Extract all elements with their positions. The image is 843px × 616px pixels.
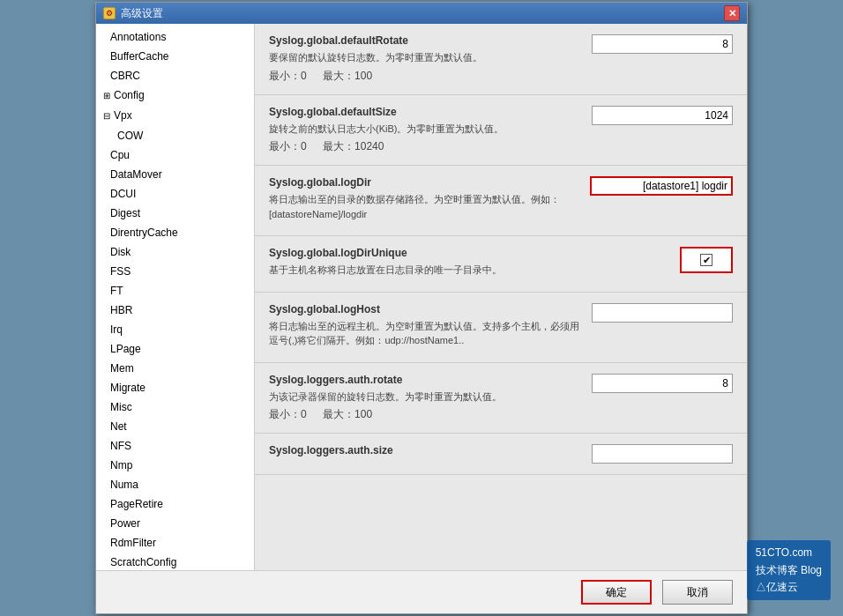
sidebar-item-config[interactable]: ⊞Config: [96, 85, 254, 106]
sidebar-item-misc[interactable]: Misc: [96, 397, 254, 417]
sidebar-item-pageretire[interactable]: PageRetire: [96, 494, 254, 514]
title-bar: ⚙ 高级设置 ✕: [96, 3, 747, 24]
sidebar-item-buffercache[interactable]: BufferCache: [96, 47, 254, 66]
sidebar-item-mem[interactable]: Mem: [96, 359, 254, 378]
setting-logdir: Syslog.global.logDir 将日志输出至的目录的数据存储路径。为空…: [255, 166, 747, 236]
ok-button[interactable]: 确定: [581, 580, 652, 605]
setting-range-defaultsize: 最小：0 最大：10240: [269, 139, 583, 154]
setting-key-logdirunique: Syslog.global.logDirUnique: [269, 247, 601, 259]
window-icon: ⚙: [103, 7, 116, 19]
main-panel: Syslog.global.defaultRotate 要保留的默认旋转日志数。…: [255, 24, 747, 570]
input-loghost[interactable]: [592, 303, 733, 323]
sidebar-item-lpage[interactable]: LPage: [96, 339, 254, 359]
input-authrotate[interactable]: [592, 374, 733, 393]
sidebar-item-migrate[interactable]: Migrate: [96, 378, 254, 397]
sidebar-item-numa[interactable]: Numa: [96, 475, 254, 494]
sidebar-item-direntrycache[interactable]: DirentryCache: [96, 223, 254, 242]
sidebar-item-dcui[interactable]: DCUI: [96, 184, 254, 204]
sidebar-item-cbrc[interactable]: CBRC: [96, 66, 254, 85]
bottom-bar: 确定 取消: [96, 570, 747, 613]
close-button[interactable]: ✕: [724, 5, 740, 21]
checkbox-inner: ✔: [700, 254, 712, 266]
setting-key-loghost: Syslog.global.logHost: [269, 303, 583, 315]
watermark: 51CTO.com 技术博客 Blog △亿速云: [747, 540, 831, 600]
input-authsize[interactable]: [592, 444, 733, 464]
watermark-line2: 技术博客 Blog: [756, 562, 822, 579]
setting-logdirunique: Syslog.global.logDirUnique 基于主机名称将日志放置在日…: [255, 236, 747, 293]
setting-desc-logdir: 将日志输出至的目录的数据存储路径。为空时重置为默认值。例如：[datastore…: [269, 192, 581, 221]
window-title: 高级设置: [121, 6, 163, 21]
sidebar-item-rdmfilter[interactable]: RdmFilter: [96, 533, 254, 553]
sidebar-item-net[interactable]: Net: [96, 417, 254, 436]
sidebar-item-vpx[interactable]: ⊟Vpx: [96, 106, 254, 126]
input-defaultrotate[interactable]: [592, 34, 733, 54]
setting-range-defaultrotate: 最小：0 最大：100: [269, 69, 583, 84]
setting-desc-loghost: 将日志输出至的远程主机。为空时重置为默认值。支持多个主机，必须用逗号(,)将它们…: [269, 319, 583, 348]
input-defaultsize[interactable]: [592, 106, 733, 125]
setting-defaultsize: Syslog.global.defaultSize 旋转之前的默认日志大小(Ki…: [255, 95, 747, 167]
setting-defaultrotate: Syslog.global.defaultRotate 要保留的默认旋转日志数。…: [255, 24, 747, 95]
setting-key-defaultsize: Syslog.global.defaultSize: [269, 106, 583, 118]
sidebar-item-digest[interactable]: Digest: [96, 204, 254, 223]
sidebar-item-nfs[interactable]: NFS: [96, 436, 254, 456]
checkbox-logdirunique[interactable]: ✔: [680, 247, 733, 273]
setting-key-logdir: Syslog.global.logDir: [269, 176, 581, 189]
sidebar-item-cpu[interactable]: Cpu: [96, 145, 254, 165]
setting-key-authrotate: Syslog.loggers.auth.rotate: [269, 374, 583, 386]
setting-desc-authrotate: 为该记录器保留的旋转日志数。为零时重置为默认值。: [269, 390, 583, 404]
setting-desc-defaultrotate: 要保留的默认旋转日志数。为零时重置为默认值。: [269, 50, 583, 65]
sidebar: Annotations BufferCache CBRC ⊞Config ⊟Vp…: [96, 24, 255, 570]
setting-authrotate: Syslog.loggers.auth.rotate 为该记录器保留的旋转日志数…: [255, 363, 747, 434]
cancel-button[interactable]: 取消: [662, 580, 733, 605]
setting-key-authsize: Syslog.loggers.auth.size: [269, 444, 583, 456]
sidebar-item-disk[interactable]: Disk: [96, 242, 254, 262]
sidebar-item-irq[interactable]: Irq: [96, 320, 254, 339]
setting-desc-defaultsize: 旋转之前的默认日志大小(KiB)。为零时重置为默认值。: [269, 122, 583, 137]
setting-loghost: Syslog.global.logHost 将日志输出至的远程主机。为空时重置为…: [255, 293, 747, 363]
input-logdir[interactable]: [590, 176, 733, 196]
sidebar-item-ft[interactable]: FT: [96, 281, 254, 301]
sidebar-item-scratchconfig[interactable]: ScratchConfig: [96, 553, 254, 570]
setting-authsize: Syslog.loggers.auth.size: [255, 434, 747, 475]
watermark-line3: △亿速云: [756, 579, 822, 596]
sidebar-item-datamover[interactable]: DataMover: [96, 165, 254, 184]
sidebar-item-cow[interactable]: COW: [96, 126, 254, 145]
setting-key-defaultrotate: Syslog.global.defaultRotate: [269, 34, 583, 47]
sidebar-item-annotations[interactable]: Annotations: [96, 27, 254, 47]
sidebar-item-fss[interactable]: FSS: [96, 262, 254, 281]
setting-range-authrotate: 最小：0 最大：100: [269, 407, 583, 422]
sidebar-item-hbr[interactable]: HBR: [96, 301, 254, 320]
watermark-line1: 51CTO.com: [756, 545, 822, 561]
sidebar-item-power[interactable]: Power: [96, 514, 254, 533]
setting-desc-logdirunique: 基于主机名称将日志放置在日志目录的唯一子目录中。: [269, 263, 601, 278]
sidebar-item-nmp[interactable]: Nmp: [96, 456, 254, 475]
